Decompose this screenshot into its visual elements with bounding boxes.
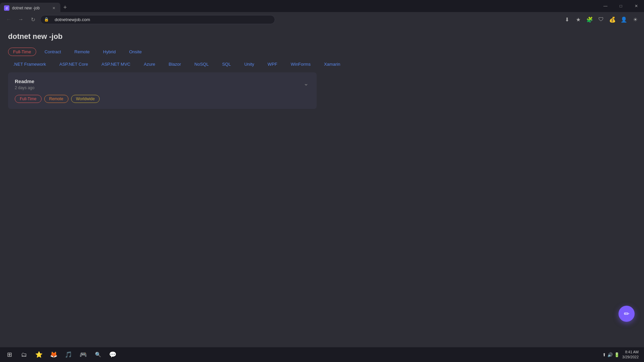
extensions-icon[interactable]: 🧩 xyxy=(585,15,594,24)
lock-icon: 🔒 xyxy=(44,17,49,22)
taskbar-sys-icons: ⬆ 🔊 🔋 xyxy=(602,352,620,357)
taskbar-game[interactable]: 🎮 xyxy=(76,348,90,361)
filter-xamarin[interactable]: Xamarin xyxy=(319,60,345,68)
wallet-icon[interactable]: 💰 xyxy=(608,15,617,24)
active-tab[interactable]: d dotnet new -job ✕ xyxy=(0,3,60,13)
filter-aspnet-mvc[interactable]: ASP.NET MVC xyxy=(97,60,136,68)
filter-sql[interactable]: SQL xyxy=(217,60,236,68)
filter-aspnet-core[interactable]: ASP.NET Core xyxy=(54,60,93,68)
address-input[interactable]: 🔒 dotnetnewjob.com xyxy=(40,15,275,24)
volume-icon: 🔊 xyxy=(607,352,613,357)
tab-close-button[interactable]: ✕ xyxy=(51,5,56,11)
downloads-icon[interactable]: ⬇ xyxy=(562,15,572,24)
minimize-button[interactable]: — xyxy=(598,0,613,12)
job-card[interactable]: Readme 2 days ago Full-Time Remote World… xyxy=(8,72,317,109)
browser-tab-bar: d dotnet new -job ✕ + — □ ✕ xyxy=(0,0,644,12)
filter-wpf[interactable]: WPF xyxy=(263,60,282,68)
filter-blazor[interactable]: Blazor xyxy=(164,60,186,68)
job-tags: Full-Time Remote Worldwide xyxy=(15,95,100,103)
filter-row-1: Full-Time Contract Remote Hybrid Onsite xyxy=(8,48,636,56)
filter-fulltime[interactable]: Full-Time xyxy=(8,48,36,56)
filter-azure[interactable]: Azure xyxy=(139,60,160,68)
filter-unity[interactable]: Unity xyxy=(239,60,259,68)
tab-title: dotnet new -job xyxy=(12,6,48,10)
filter-net-framework[interactable]: .NET Framework xyxy=(8,60,51,68)
filter-hybrid[interactable]: Hybrid xyxy=(98,48,121,56)
clock-time: 8:41 AM xyxy=(622,350,639,355)
taskbar-right: ⬆ 🔊 🔋 8:41 AM 3/29/2022 xyxy=(602,350,641,360)
back-button[interactable]: ← xyxy=(4,15,13,24)
shields-icon[interactable]: 🛡 xyxy=(596,15,606,24)
new-tab-button[interactable]: + xyxy=(60,3,70,12)
reload-button[interactable]: ↻ xyxy=(28,15,38,24)
bookmarks-icon[interactable]: ★ xyxy=(574,15,583,24)
taskbar-browser[interactable]: 🦊 xyxy=(47,348,60,361)
address-bar-row: ← → ↻ 🔒 dotnetnewjob.com ⬇ ★ 🧩 🛡 💰 👤 ☀ xyxy=(0,12,644,27)
job-card-content: Readme 2 days ago Full-Time Remote World… xyxy=(15,78,100,103)
job-tag-fulltime[interactable]: Full-Time xyxy=(15,95,42,103)
windows-taskbar: ⊞ 🗂 ⭐ 🦊 🎵 🎮 🔍 💬 ⬆ 🔊 🔋 8:41 AM 3/29/2022 xyxy=(0,347,644,362)
taskbar-files[interactable]: 🗂 xyxy=(17,348,31,361)
battery-icon: 🔋 xyxy=(614,352,620,357)
filter-onsite[interactable]: Onsite xyxy=(124,48,147,56)
page-content: dotnet new -job Full-Time Contract Remot… xyxy=(0,27,644,114)
clock-date: 3/29/2022 xyxy=(622,355,639,360)
taskbar-search[interactable]: 🔍 xyxy=(91,348,105,361)
job-tag-remote[interactable]: Remote xyxy=(44,95,68,103)
profile-icon[interactable]: 👤 xyxy=(619,15,629,24)
close-button[interactable]: ✕ xyxy=(629,0,644,12)
taskbar-spotify[interactable]: 🎵 xyxy=(62,348,75,361)
start-button[interactable]: ⊞ xyxy=(3,348,16,361)
taskbar-clock[interactable]: 8:41 AM 3/29/2022 xyxy=(622,350,639,360)
job-title: Readme xyxy=(15,78,100,84)
job-tag-worldwide[interactable]: Worldwide xyxy=(71,95,100,103)
maximize-button[interactable]: □ xyxy=(613,0,629,12)
expand-chevron[interactable]: ⌄ xyxy=(302,78,310,88)
job-time: 2 days ago xyxy=(15,85,100,90)
site-title: dotnet new -job xyxy=(8,32,636,41)
filter-remote[interactable]: Remote xyxy=(69,48,95,56)
chat-icon: ✏ xyxy=(624,310,630,318)
network-icon: ⬆ xyxy=(602,352,606,357)
taskbar-chat[interactable]: 💬 xyxy=(106,348,119,361)
taskbar-browser-fav[interactable]: ⭐ xyxy=(32,348,46,361)
filter-nosql[interactable]: NoSQL xyxy=(190,60,214,68)
toolbar-actions: ⬇ ★ 🧩 🛡 💰 👤 ☀ xyxy=(562,15,640,24)
chat-fab-button[interactable]: ✏ xyxy=(619,306,635,322)
tab-favicon: d xyxy=(4,5,9,11)
filter-contract[interactable]: Contract xyxy=(40,48,66,56)
theme-icon[interactable]: ☀ xyxy=(631,15,640,24)
filter-winforms[interactable]: WinForms xyxy=(286,60,316,68)
forward-button[interactable]: → xyxy=(16,15,25,24)
filter-row-2: .NET Framework ASP.NET Core ASP.NET MVC … xyxy=(8,60,636,68)
url-text: dotnetnewjob.com xyxy=(55,17,90,22)
jobs-container: Readme 2 days ago Full-Time Remote World… xyxy=(8,72,636,109)
